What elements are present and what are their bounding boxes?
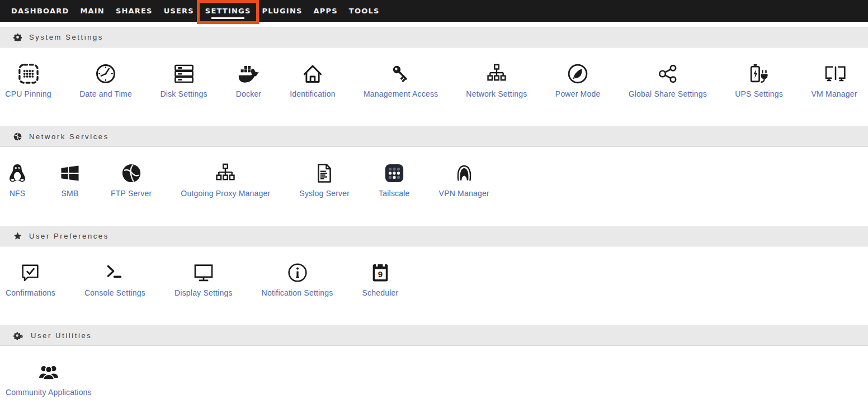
settings-item-cpu-pinning[interactable]: CPU Pinning — [6, 63, 51, 98]
settings-item-date-and-time[interactable]: Date and Time — [80, 63, 131, 98]
settings-item-label: Identification — [290, 89, 335, 98]
settings-item-outgoing-proxy-manager[interactable]: Outgoing Proxy Manager — [181, 162, 270, 198]
settings-item-label: Community Applications — [6, 388, 92, 397]
cpu-pinning-icon — [17, 63, 40, 85]
settings-item-label: CPU Pinning — [5, 89, 51, 98]
settings-item-nfs[interactable]: NFS — [6, 162, 29, 198]
nav-item-shares[interactable]: SHARES — [110, 0, 158, 22]
settings-item-label: UPS Settings — [735, 89, 783, 98]
section-header-network-services: Network Services — [0, 126, 868, 147]
settings-item-docker[interactable]: Docker — [236, 63, 261, 98]
settings-item-label: Network Settings — [466, 89, 527, 98]
sitemap-icon — [485, 63, 508, 85]
nav-item-main[interactable]: MAIN — [74, 0, 110, 22]
settings-item-syslog-server[interactable]: Syslog Server — [299, 162, 350, 198]
nav-item-settings[interactable]: SETTINGS — [200, 0, 257, 22]
settings-item-smb[interactable]: SMB — [58, 162, 82, 198]
section-items-system-settings: CPU PinningDate and TimeDisk SettingsDoc… — [0, 47, 868, 126]
docker-whale-icon — [237, 63, 261, 85]
vpn-arch-icon — [453, 162, 475, 184]
nav-item-label: USERS — [164, 7, 194, 15]
settings-item-console-settings[interactable]: Console Settings — [84, 262, 145, 297]
sitemap-icon — [214, 162, 237, 184]
settings-item-label: SMB — [62, 189, 79, 198]
settings-item-label: VM Manager — [812, 89, 857, 98]
nav-item-plugins[interactable]: PLUGINS — [256, 0, 308, 22]
users-group-icon — [37, 361, 60, 383]
section-title: User Preferences — [29, 232, 109, 240]
linux-tux-icon — [6, 162, 29, 184]
clock-icon — [95, 63, 117, 85]
settings-item-vm-manager[interactable]: VM Manager — [812, 63, 857, 98]
gear-icon — [13, 33, 22, 41]
settings-item-label: Confirmations — [6, 288, 55, 297]
settings-item-label: Syslog Server — [299, 189, 350, 198]
section-header-user-preferences: User Preferences — [0, 226, 868, 246]
nav-item-apps[interactable]: APPS — [308, 0, 343, 22]
star-icon — [13, 232, 22, 240]
nav-item-label: MAIN — [80, 7, 105, 15]
nav-item-users[interactable]: USERS — [158, 0, 200, 22]
settings-item-confirmations[interactable]: Confirmations — [6, 262, 55, 297]
gears-icon — [13, 331, 23, 340]
settings-item-power-mode[interactable]: Power Mode — [556, 63, 600, 98]
calendar-9-icon: 9 — [369, 262, 391, 284]
settings-item-display-settings[interactable]: Display Settings — [174, 262, 233, 297]
settings-item-label: Display Settings — [174, 288, 233, 297]
svg-text:9: 9 — [378, 269, 383, 279]
top-nav: DASHBOARDMAINSHARESUSERSSETTINGSPLUGINSA… — [0, 0, 868, 22]
settings-item-global-share-settings[interactable]: Global Share Settings — [629, 63, 706, 98]
settings-item-ftp-server[interactable]: FTP Server — [111, 162, 152, 198]
battery-plug-icon — [748, 63, 770, 85]
windows-icon — [59, 162, 81, 184]
settings-item-label: Notification Settings — [262, 288, 333, 297]
section-system-settings: System SettingsCPU PinningDate and TimeD… — [0, 27, 868, 126]
section-title: System Settings — [29, 33, 103, 41]
settings-item-label: Power Mode — [555, 89, 601, 98]
nav-item-label: DASHBOARD — [11, 7, 69, 15]
terminal-icon — [103, 262, 126, 284]
settings-item-identification[interactable]: Identification — [290, 63, 335, 98]
comment-check-icon — [19, 262, 41, 284]
settings-item-label: Global Share Settings — [629, 89, 707, 98]
nav-item-label: TOOLS — [349, 7, 380, 15]
share-nodes-icon — [657, 63, 679, 85]
settings-item-label: Management Access — [364, 89, 438, 98]
settings-item-network-settings[interactable]: Network Settings — [466, 63, 526, 98]
section-items-user-preferences: ConfirmationsConsole SettingsDisplay Set… — [0, 246, 868, 325]
section-header-user-utilities: User Utilities — [0, 325, 868, 346]
settings-page: System SettingsCPU PinningDate and TimeD… — [0, 27, 868, 400]
section-title: User Utilities — [31, 331, 92, 340]
globe-icon — [13, 132, 22, 141]
nav-item-dashboard[interactable]: DASHBOARD — [6, 0, 74, 22]
settings-item-label: Date and Time — [79, 89, 132, 98]
nav-item-tools[interactable]: TOOLS — [343, 0, 385, 22]
settings-item-label: FTP Server — [111, 189, 152, 198]
settings-item-tailscale[interactable]: Tailscale — [379, 162, 410, 198]
settings-item-label: Disk Settings — [161, 89, 207, 98]
settings-item-vpn-manager[interactable]: VPN Manager — [439, 162, 489, 198]
tailscale-icon — [383, 162, 405, 184]
document-lines-icon — [313, 162, 336, 184]
leaf-circle-icon — [567, 63, 589, 85]
section-user-preferences: User PreferencesConfirmationsConsole Set… — [0, 226, 868, 325]
home-icon — [301, 63, 324, 85]
settings-item-ups-settings[interactable]: UPS Settings — [735, 63, 782, 98]
monitor-icon — [192, 262, 215, 284]
section-items-user-utilities: Community Applications — [0, 346, 868, 400]
info-circle-icon — [286, 262, 309, 284]
settings-item-label: NFS — [10, 189, 26, 198]
settings-item-community-applications[interactable]: Community Applications — [6, 361, 92, 397]
nav-item-label: SHARES — [116, 7, 153, 15]
settings-item-disk-settings[interactable]: Disk Settings — [161, 63, 207, 98]
settings-item-management-access[interactable]: Management Access — [364, 63, 437, 98]
settings-item-label: VPN Manager — [439, 189, 489, 198]
section-network-services: Network ServicesNFSSMBFTP ServerOutgoing… — [0, 126, 868, 226]
settings-item-scheduler[interactable]: 9Scheduler — [362, 262, 399, 297]
settings-item-label: Docker — [236, 89, 262, 98]
nav-item-label: SETTINGS — [205, 7, 251, 15]
settings-item-notification-settings[interactable]: Notification Settings — [262, 262, 333, 297]
settings-item-label: Scheduler — [362, 288, 399, 297]
section-header-system-settings: System Settings — [0, 27, 868, 47]
settings-item-label: Tailscale — [379, 189, 410, 198]
